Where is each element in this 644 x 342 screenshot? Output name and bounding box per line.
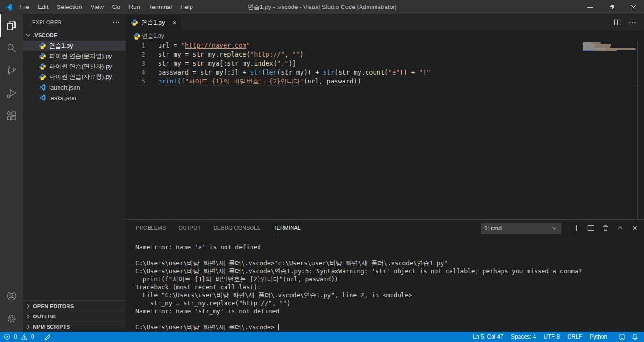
tab-label: 연습1.py <box>141 18 165 27</box>
file-name: 파이썬 연습(자료형).py <box>49 73 112 81</box>
python-file-icon <box>39 42 46 50</box>
code-line: 1url = "http://naver.com" <box>126 41 644 50</box>
code-line: 3str_my = str_mya[:str_my.index(".")] <box>126 59 644 68</box>
tab-close-icon[interactable]: × <box>172 19 176 26</box>
title-bar: FileEditSelectionViewGoRunTerminalHelp 연… <box>0 0 644 14</box>
launch-icon[interactable] <box>42 334 54 341</box>
code-line: 2str_my = str_my.replace("http://", "") <box>126 50 644 59</box>
panel-tab-problems[interactable]: PROBLEMS <box>136 220 166 236</box>
explorer-icon[interactable] <box>0 14 23 37</box>
section-label: OUTLINE <box>33 314 57 319</box>
file-list: 연습1.py파이썬 연습(문자열).py파이썬 연습(연산자).py파이썬 연습… <box>23 41 126 103</box>
minimize-button[interactable] <box>579 0 601 14</box>
status-indentation[interactable]: Spaces: 4 <box>507 334 540 340</box>
menu-view[interactable]: View <box>86 0 108 14</box>
chevron-down-icon <box>25 32 32 39</box>
panel-tab-terminal[interactable]: TERMINAL <box>273 220 301 236</box>
file-row[interactable]: tasks.json <box>23 92 126 103</box>
sidebar-sections: OPEN EDITORSOUTLINENPM SCRIPTS <box>23 300 126 332</box>
editor-tab-bar: 연습1.py × ⋯ <box>126 14 644 31</box>
status-cursor-position[interactable]: Ln 5, Col 47 <box>469 334 507 340</box>
folder-name: .VSCODE <box>33 33 58 38</box>
panel-tab-debug-console[interactable]: DEBUG CONSOLE <box>214 220 261 236</box>
terminal-prompt-line: C:\Users\user\바탕 화면\새 폴더\.vscode> <box>135 323 640 331</box>
source-control-icon[interactable] <box>0 59 23 82</box>
minimap-line <box>583 42 601 44</box>
file-name: 연습1.py <box>49 42 73 50</box>
minimap-line <box>583 50 617 51</box>
window-title: 연습1.py - .vscode - Visual Studio Code [A… <box>247 3 396 11</box>
search-icon[interactable] <box>0 37 23 59</box>
panel-tab-output[interactable]: OUTPUT <box>179 220 201 236</box>
section-npm-scripts[interactable]: NPM SCRIPTS <box>23 321 126 332</box>
extensions-icon[interactable] <box>0 105 23 127</box>
errors-icon[interactable] <box>4 334 11 340</box>
menu-selection[interactable]: Selection <box>52 0 86 14</box>
python-file-icon <box>131 19 138 26</box>
kill-terminal-trash-icon[interactable] <box>602 225 609 232</box>
terminal-line: Traceback (most recent call last): <box>135 283 640 291</box>
json-file-icon <box>39 83 46 91</box>
line-number: 5 <box>126 77 145 86</box>
code-lines: 1url = "http://naver.com"2str_my = str_m… <box>126 41 644 86</box>
section-outline[interactable]: OUTLINE <box>23 311 126 321</box>
bottom-panel: PROBLEMSOUTPUTDEBUG CONSOLETERMINAL 1: c… <box>126 219 644 332</box>
file-row[interactable]: launch.json <box>23 82 126 92</box>
activity-bar <box>0 14 23 332</box>
feedback-icon[interactable] <box>616 334 628 341</box>
code-line: 5print(f"사이트 {1}의 비밀번호는 {2}입니다"(url, pas… <box>126 77 644 86</box>
error-count[interactable]: 0 <box>14 334 17 340</box>
split-terminal-icon[interactable] <box>587 225 594 232</box>
close-panel-icon[interactable] <box>631 225 638 232</box>
terminal-output[interactable]: NameError: name 'a' is not defined C:\Us… <box>135 243 640 331</box>
file-row[interactable]: 파이썬 연습(자료형).py <box>23 72 126 82</box>
maximize-panel-icon[interactable] <box>617 225 624 232</box>
split-editor-icon[interactable] <box>614 19 621 26</box>
run-debug-icon[interactable] <box>0 82 23 105</box>
minimap[interactable] <box>583 42 637 52</box>
menu-go[interactable]: Go <box>108 0 125 14</box>
editor-tab[interactable]: 연습1.py × <box>126 14 181 31</box>
line-number: 1 <box>126 41 145 50</box>
terminal-line: File "C:\Users\user\바탕 화면\새 폴더\.vscode\연… <box>135 291 640 299</box>
new-terminal-icon[interactable] <box>573 225 580 232</box>
minimap-line <box>583 46 610 48</box>
terminal-cursor <box>276 324 279 330</box>
account-icon[interactable] <box>0 284 23 307</box>
minimap-line <box>583 48 636 50</box>
minimap-line <box>583 44 611 46</box>
shell-select-value: 1: cmd <box>485 225 502 232</box>
python-file-icon <box>39 73 46 81</box>
editor-more-actions-icon[interactable]: ⋯ <box>628 20 636 25</box>
close-window-button[interactable] <box>622 0 644 14</box>
line-number: 4 <box>126 68 145 77</box>
notifications-bell-icon[interactable] <box>628 334 644 341</box>
editor-code-area[interactable]: 1url = "http://naver.com"2str_my = str_m… <box>126 41 644 219</box>
terminal-shell-select[interactable]: 1: cmd <box>481 223 561 234</box>
menu-file[interactable]: File <box>15 0 33 14</box>
menu-terminal[interactable]: Terminal <box>144 0 176 14</box>
breadcrumb[interactable]: 연습1.py <box>126 31 644 41</box>
menu-run[interactable]: Run <box>125 0 144 14</box>
editor-scrollbar[interactable] <box>637 41 644 219</box>
folder-row-vscode[interactable]: .VSCODE <box>23 30 126 41</box>
settings-gear-icon[interactable] <box>0 307 23 330</box>
status-eol[interactable]: CRLF <box>563 334 585 340</box>
terminal-line: C:\Users\user\바탕 화면\새 폴더\.vscode>"c:\Use… <box>135 259 640 267</box>
menu-help[interactable]: Help <box>176 0 197 14</box>
line-number: 2 <box>126 50 145 59</box>
file-row[interactable]: 파이썬 연습(연산자).py <box>23 61 126 72</box>
menu-edit[interactable]: Edit <box>33 0 52 14</box>
warnings-icon[interactable] <box>21 334 29 340</box>
terminal-line: print(f"사이트 {1}의 비밀번호는 {2}입니다"(url, pasw… <box>135 275 640 283</box>
status-encoding[interactable]: UTF-8 <box>540 334 563 340</box>
section-label: OPEN EDITORS <box>33 303 74 309</box>
restore-button[interactable] <box>601 0 622 14</box>
section-open-editors[interactable]: OPEN EDITORS <box>23 300 126 311</box>
file-name: tasks.json <box>49 94 76 101</box>
file-row[interactable]: 파이썬 연습(문자열).py <box>23 51 126 61</box>
file-row[interactable]: 연습1.py <box>23 41 126 51</box>
warning-count[interactable]: 0 <box>31 334 34 340</box>
explorer-more-actions-icon[interactable]: ⋯ <box>112 20 120 25</box>
status-language-mode[interactable]: Python <box>586 334 611 340</box>
